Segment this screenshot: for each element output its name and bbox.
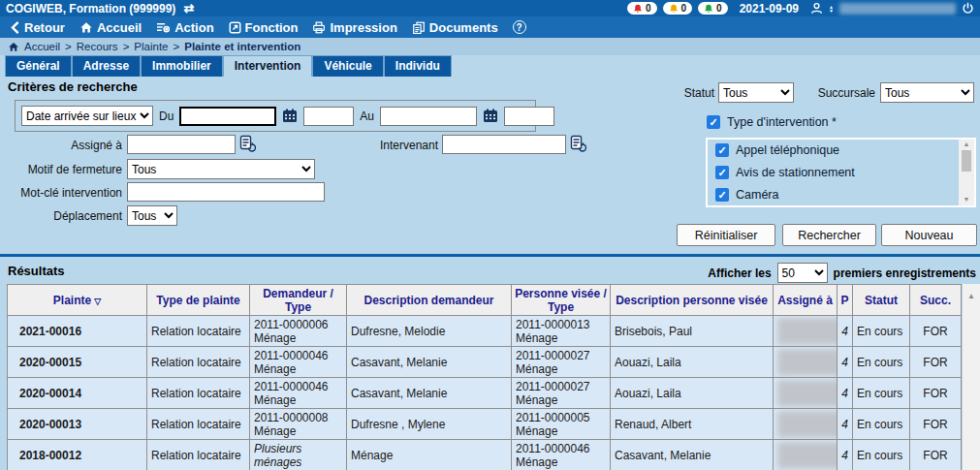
app-title: COGIWEB, Formation (999999) (6, 2, 175, 16)
motif-label: Motif de fermeture (0, 163, 122, 176)
alert-count-green: 0 (716, 3, 722, 14)
deplacement-select[interactable]: Tous (127, 205, 177, 226)
motif-select[interactable]: Tous (127, 159, 315, 179)
assigne-lookup-button[interactable] (239, 135, 256, 152)
col-desc-personne[interactable]: Description personne visée (611, 285, 774, 316)
nav-documents[interactable]: Documents (412, 20, 498, 35)
app-window: COGIWEB, Formation (999999) ⇄ 0 0 0 2021… (0, 0, 980, 470)
date-du-input[interactable] (179, 107, 276, 126)
succursale-label: Succursale (778, 86, 875, 100)
display-count-select[interactable]: 50 (777, 263, 828, 283)
date-au-input[interactable] (380, 107, 477, 126)
au-label: Au (360, 110, 374, 123)
col-type-plainte[interactable]: Type de plainte (147, 285, 250, 316)
tab-individu[interactable]: Individu (384, 55, 452, 77)
type-option-avis-checkbox[interactable]: ✓ (715, 166, 729, 179)
calendar-au-button[interactable] (483, 109, 498, 123)
scroll-up-icon[interactable]: ▲ (964, 140, 970, 150)
redacted-assignee (777, 318, 838, 345)
col-assigne[interactable]: Assigné à (774, 285, 838, 316)
table-row[interactable]: 2018-00012 Relation locataire Plusieurs … (8, 440, 962, 470)
scroll-down-icon[interactable]: ▼ (964, 195, 970, 205)
intervenant-input[interactable] (442, 135, 566, 154)
type-option-label: Caméra (736, 188, 778, 202)
table-row[interactable]: 2021-00016 Relation locataire 2011-00000… (8, 316, 962, 347)
bell-red-icon (633, 4, 643, 14)
col-personne-visee[interactable]: Personne visée / Type (512, 285, 611, 316)
type-option-appel-checkbox[interactable]: ✓ (715, 143, 729, 157)
display-count-control: Afficher les 50 premiers enregistrements (708, 263, 976, 283)
calendar-icon (282, 109, 298, 123)
criteria-title: Critères de recherche (8, 79, 138, 94)
home-icon (79, 21, 93, 34)
col-statut[interactable]: Statut (853, 285, 910, 316)
plainte-link[interactable]: 2020-00013 (8, 409, 147, 440)
assigne-label: Assigné à (0, 139, 122, 152)
type-option-camera-checkbox[interactable]: ✓ (715, 188, 729, 202)
reset-button[interactable]: Réinitialiser (677, 224, 775, 246)
alert-badge-yellow[interactable]: 0 (663, 2, 693, 15)
date-field-select[interactable]: Date arrivée sur lieux (21, 106, 153, 126)
plainte-link[interactable]: 2018-00012 (8, 440, 147, 470)
type-intervention-checkbox[interactable]: ✓ (707, 115, 720, 129)
nav-home[interactable]: Accueil (79, 20, 142, 35)
results-title: Résultats (8, 264, 65, 278)
search-button[interactable]: Rechercher (782, 224, 876, 246)
breadcrumb-home-icon (8, 42, 19, 52)
documents-icon (412, 21, 426, 34)
breadcrumb-home[interactable]: Accueil (24, 41, 60, 52)
tab-adresse[interactable]: Adresse (72, 55, 141, 77)
breadcrumb-current: Plainte et intervention (184, 41, 300, 52)
breadcrumb-plainte[interactable]: Plainte (134, 41, 168, 52)
table-row[interactable]: 2020-00015 Relation locataire 2011-00000… (8, 347, 962, 378)
table-row[interactable]: 2020-00014 Relation locataire 2011-00000… (8, 378, 962, 409)
motcle-input[interactable] (127, 182, 325, 202)
lookup-icon (570, 135, 586, 152)
tab-immobilier[interactable]: Immobilier (141, 55, 223, 77)
nav-action[interactable]: Action (156, 20, 213, 35)
scroll-up-icon[interactable]: ▲ (963, 284, 980, 300)
alert-badge-green[interactable]: 0 (698, 2, 728, 15)
action-list-gear-icon (156, 21, 171, 34)
table-row[interactable]: 2020-00013 Relation locataire 2011-00000… (8, 409, 962, 440)
breadcrumb-recours[interactable]: Recours (77, 41, 118, 52)
col-desc-demandeur[interactable]: Description demandeur (347, 285, 512, 316)
user-menu-button[interactable] (810, 2, 823, 15)
tab-intervention[interactable]: Intervention (223, 55, 313, 77)
plainte-link[interactable]: 2021-00016 (8, 316, 147, 347)
section-divider (0, 254, 980, 257)
intervenant-label: Intervenant (320, 139, 438, 152)
table-scrollbar[interactable]: ▲ (963, 284, 980, 470)
listbox-scrollbar[interactable]: ▲ ▼ (959, 140, 974, 205)
au-time-input[interactable] (504, 107, 554, 126)
motcle-label: Mot-clé intervention (0, 186, 122, 200)
statut-label: Statut (617, 86, 714, 100)
breadcrumb-separator: > (174, 41, 180, 52)
calendar-icon (483, 109, 498, 123)
calendar-du-button[interactable] (282, 109, 298, 123)
col-demandeur[interactable]: Demandeur / Type (250, 285, 347, 316)
du-time-input[interactable] (303, 107, 354, 126)
check-icon: ✓ (709, 116, 717, 129)
tab-general[interactable]: Général (5, 55, 72, 77)
nav-fonction[interactable]: Fonction (229, 20, 299, 35)
nav-back[interactable]: Retour (10, 20, 65, 35)
col-succ[interactable]: Succ. (910, 285, 962, 316)
lookup-icon (239, 135, 256, 152)
col-plainte[interactable]: Plainte▽ (8, 285, 147, 316)
logout-button[interactable] (962, 2, 974, 15)
nav-help[interactable]: ? (513, 20, 526, 34)
scrollbar-thumb[interactable] (962, 150, 971, 172)
alert-badge-red[interactable]: 0 (627, 2, 657, 15)
plainte-link[interactable]: 2020-00014 (8, 378, 147, 409)
sync-icon[interactable]: ⇄ (183, 4, 194, 14)
plainte-link[interactable]: 2020-00015 (8, 347, 147, 378)
tab-vehicule[interactable]: Véhicule (312, 55, 383, 77)
succursale-select[interactable]: Tous (880, 82, 974, 103)
new-button[interactable]: Nouveau (881, 224, 977, 246)
du-label: Du (159, 110, 174, 123)
assigne-input[interactable] (127, 135, 236, 154)
col-p[interactable]: P (838, 285, 853, 316)
nav-impression[interactable]: Impression (312, 20, 396, 35)
intervenant-lookup-button[interactable] (570, 135, 586, 152)
